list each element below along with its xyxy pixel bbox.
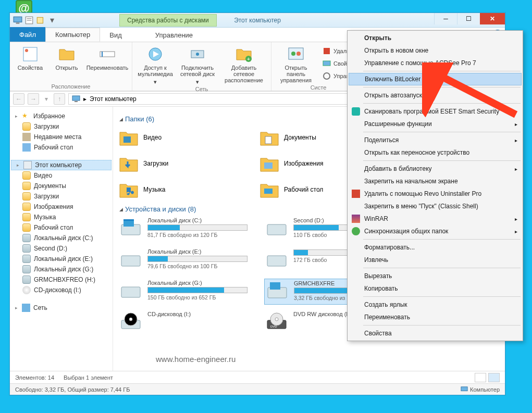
minimize-button[interactable]: ─ [434, 13, 457, 24]
nav-desktop[interactable]: Рабочий стол [10, 142, 113, 153]
nav-downloads[interactable]: Загрузки [10, 121, 113, 132]
ctx-format[interactable]: Форматировать... [349, 241, 522, 254]
qat-new-icon[interactable] [36, 16, 45, 25]
ctx-portable[interactable]: Открыть как переносное устройство [349, 146, 522, 159]
ctx-copy[interactable]: Копировать [349, 282, 522, 295]
svg-rect-23 [75, 101, 78, 102]
ribbon-map-drive[interactable]: Подключить сетевой диск ▾ [178, 44, 217, 85]
svg-rect-1 [16, 22, 20, 23]
svg-point-18 [296, 52, 301, 56]
nav-downloads2[interactable]: Загрузки [10, 191, 113, 202]
svg-point-7 [25, 49, 28, 52]
ctx-acdsee[interactable]: Управление с помощью ACDSee Pro 7 [349, 57, 522, 69]
pc-icon [72, 95, 80, 103]
ctx-winrar[interactable]: WinRAR▸ [349, 212, 522, 225]
svg-rect-25 [265, 136, 271, 144]
nav-network[interactable]: Сеть [10, 303, 113, 313]
window-title: Этот компьютер [234, 17, 281, 24]
nav-music[interactable]: Музыка [10, 212, 113, 222]
tab-file[interactable]: Файл [10, 27, 45, 42]
svg-rect-19 [324, 48, 330, 54]
folder-music[interactable]: Музыка [118, 178, 243, 201]
winrar-icon [352, 215, 360, 223]
nav-forward[interactable]: → [28, 93, 39, 105]
tab-computer[interactable]: Компьютер [45, 28, 100, 42]
nav-favorites[interactable]: ★Избранное [10, 111, 113, 121]
ribbon-media-access[interactable]: Доступ к мультимедиа ▾ [137, 44, 174, 85]
svg-rect-5 [37, 17, 43, 23]
ribbon-properties[interactable]: Свойства [14, 44, 46, 71]
ctx-open[interactable]: Открыть [349, 32, 522, 44]
ribbon-control-panel[interactable]: Открыть панель управления [276, 44, 316, 83]
nav-drive-g[interactable]: Локальный диск (G:) [10, 264, 113, 274]
nav-drive-e[interactable]: Локальный диск (E:) [10, 254, 113, 264]
nav-drive-c[interactable]: Локальный диск (C:) [10, 233, 113, 243]
svg-rect-32 [121, 256, 140, 266]
drive-e[interactable]: Локальный диск (E:)79,6 ГБ свободно из 1… [118, 247, 249, 273]
svg-rect-33 [267, 256, 286, 266]
svg-rect-20 [323, 61, 330, 66]
tab-view[interactable]: Вид [100, 29, 131, 42]
ctx-autoplay[interactable]: Открыть автозапуск... [349, 89, 522, 102]
titlebar: ▾ Средства работы с дисками Этот компьют… [10, 13, 505, 28]
folder-videos[interactable]: Видео [118, 126, 243, 149]
drive-c[interactable]: Локальный диск (C:)81,7 ГБ свободно из 1… [118, 216, 249, 242]
maximize-button[interactable]: ☐ [457, 13, 480, 24]
svg-rect-16 [289, 48, 303, 59]
qat-dropdown-icon[interactable]: ▾ [47, 16, 57, 25]
ctx-classic-shell[interactable]: Закрепить в меню "Пуск" (Classic Shell) [349, 200, 522, 212]
ctx-bitlocker[interactable]: Включить BitLocker [349, 73, 522, 85]
ctx-pin-start[interactable]: Закрепить на начальном экране [349, 175, 522, 187]
svg-rect-44 [461, 386, 467, 391]
svg-text:+: + [247, 56, 250, 62]
nav-drive-d[interactable]: Second (D:) [10, 243, 113, 254]
ctx-library[interactable]: Добавить в библиотеку▸ [349, 162, 522, 175]
status-bar-2: Свободно: 3,32 ГБ, Общий размер: 7,44 ГБ… [10, 383, 505, 395]
nav-back[interactable]: ← [13, 93, 24, 105]
qat-properties-icon[interactable] [24, 16, 34, 25]
ctx-sync[interactable]: Синхронизация общих папок▸ [349, 225, 522, 237]
ctx-properties[interactable]: Свойства [349, 327, 522, 340]
view-tiles-button[interactable] [488, 373, 500, 382]
ctx-revo[interactable]: Удалить с помощью Revo Uninstaller Pro [349, 187, 522, 200]
ctx-eject[interactable]: Извлечь [349, 254, 522, 266]
nav-cd-drive[interactable]: CD-дисковод (I:) [10, 285, 113, 295]
ctx-eset[interactable]: Сканировать программой ESET Smart Securi… [349, 105, 522, 118]
svg-rect-24 [123, 136, 131, 143]
svg-point-21 [324, 73, 330, 79]
ctx-cut[interactable]: Вырезать [349, 270, 522, 282]
contextual-tab[interactable]: Средства работы с дисками [119, 14, 217, 27]
drive-g[interactable]: Локальный диск (G:)150 ГБ свободно из 65… [118, 279, 249, 305]
nav-drive-h[interactable]: GRMCHBXFREO (H:) [10, 274, 113, 285]
ctx-shortcut[interactable]: Создать ярлык [349, 298, 522, 311]
ctx-rename[interactable]: Переименовать [349, 311, 522, 323]
revo-icon [352, 190, 360, 198]
nav-videos[interactable]: Видео [10, 170, 113, 181]
folder-downloads[interactable]: Загрузки [118, 152, 243, 175]
drive-cd[interactable]: CD-дисковод (I:) [118, 310, 249, 336]
svg-point-17 [291, 52, 295, 56]
ribbon-add-network[interactable]: +Добавить сетевое расположение [221, 44, 267, 83]
ctx-advanced[interactable]: Расширенные функции▸ [349, 118, 522, 130]
nav-recent[interactable]: Недавние места [10, 132, 113, 142]
nav-history-dropdown[interactable]: ▾ [42, 93, 51, 105]
ctx-share[interactable]: Поделиться▸ [349, 134, 522, 146]
close-button[interactable]: ✕ [480, 13, 505, 24]
ctx-open-new[interactable]: Открыть в новом окне [349, 44, 522, 57]
svg-text:DVD: DVD [270, 325, 277, 328]
nav-desktop2[interactable]: Рабочий стол [10, 222, 113, 233]
nav-this-pc[interactable]: Этот компьютер [11, 160, 112, 170]
ribbon-rename[interactable]: Переименовать [87, 44, 128, 71]
svg-point-39 [129, 318, 132, 321]
svg-rect-0 [14, 17, 22, 22]
view-details-button[interactable] [475, 373, 486, 382]
nav-documents[interactable]: Документы [10, 181, 113, 191]
nav-pictures[interactable]: Изображения [10, 202, 113, 212]
svg-point-42 [275, 318, 278, 321]
qat-pc-icon[interactable] [13, 16, 22, 25]
tab-manage[interactable]: Управление [146, 29, 202, 42]
ribbon-open[interactable]: Открыть [51, 44, 83, 71]
navigation-pane[interactable]: ★Избранное Загрузки Недавние места Рабоч… [10, 107, 113, 371]
svg-rect-26 [264, 162, 273, 169]
nav-up[interactable]: ↑ [54, 93, 65, 105]
